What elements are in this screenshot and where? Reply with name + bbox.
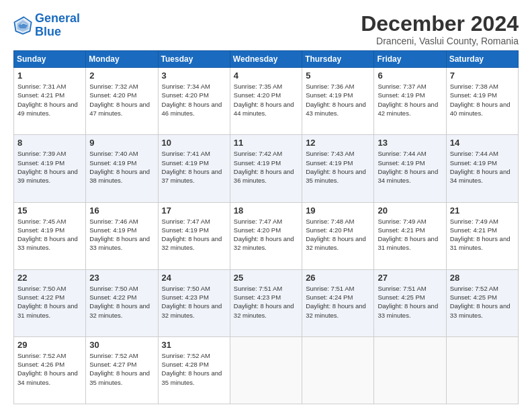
day-number: 15: [17, 205, 82, 216]
day-info: Sunrise: 7:49 AMSunset: 4:21 PMDaylight:…: [450, 217, 515, 253]
calendar-table: Sunday Monday Tuesday Wednesday Thursday…: [13, 50, 519, 404]
table-row: 3 Sunrise: 7:34 AMSunset: 4:20 PMDayligh…: [158, 68, 230, 135]
col-thursday: Thursday: [302, 51, 374, 68]
day-info: Sunrise: 7:46 AMSunset: 4:19 PMDaylight:…: [89, 217, 154, 253]
day-number: 27: [378, 273, 442, 283]
calendar-row: 8 Sunrise: 7:39 AMSunset: 4:19 PMDayligh…: [14, 135, 519, 202]
day-info: Sunrise: 7:35 AMSunset: 4:20 PMDaylight:…: [234, 82, 298, 118]
logo: General Blue: [13, 12, 80, 39]
day-number: 5: [306, 71, 370, 81]
day-number: 16: [89, 205, 154, 216]
table-row: 14 Sunrise: 7:44 AMSunset: 4:19 PMDaylig…: [446, 135, 518, 202]
table-row: 9 Sunrise: 7:40 AMSunset: 4:19 PMDayligh…: [86, 135, 158, 202]
table-row: 12 Sunrise: 7:43 AMSunset: 4:19 PMDaylig…: [302, 135, 374, 202]
day-number: 10: [162, 138, 226, 148]
logo-icon: [13, 16, 32, 35]
day-number: 6: [378, 71, 442, 81]
calendar-row: 29 Sunrise: 7:52 AMSunset: 4:26 PMDaylig…: [14, 336, 519, 404]
table-row: 29 Sunrise: 7:52 AMSunset: 4:26 PMDaylig…: [14, 336, 86, 404]
day-number: 12: [306, 138, 370, 148]
day-number: 23: [89, 273, 154, 283]
day-info: Sunrise: 7:51 AMSunset: 4:24 PMDaylight:…: [306, 284, 370, 320]
table-row: 7 Sunrise: 7:38 AMSunset: 4:19 PMDayligh…: [446, 68, 518, 135]
table-row: 15 Sunrise: 7:45 AMSunset: 4:19 PMDaylig…: [14, 202, 86, 269]
table-row: 26 Sunrise: 7:51 AMSunset: 4:24 PMDaylig…: [302, 269, 374, 336]
calendar-row: 22 Sunrise: 7:50 AMSunset: 4:22 PMDaylig…: [14, 269, 519, 336]
day-number: 26: [306, 273, 370, 283]
calendar-page: General Blue December 2024 Dranceni, Vas…: [0, 0, 532, 411]
day-number: 2: [89, 71, 154, 81]
day-number: 25: [234, 273, 298, 283]
day-info: Sunrise: 7:52 AMSunset: 4:26 PMDaylight:…: [17, 351, 82, 387]
day-info: Sunrise: 7:47 AMSunset: 4:19 PMDaylight:…: [162, 217, 226, 253]
table-row: 21 Sunrise: 7:49 AMSunset: 4:21 PMDaylig…: [446, 202, 518, 269]
col-saturday: Saturday: [446, 51, 518, 68]
day-number: 8: [17, 138, 82, 148]
day-number: 11: [234, 138, 298, 148]
day-number: 20: [378, 205, 442, 216]
day-info: Sunrise: 7:36 AMSunset: 4:19 PMDaylight:…: [306, 82, 370, 118]
col-wednesday: Wednesday: [230, 51, 302, 68]
day-info: Sunrise: 7:50 AMSunset: 4:23 PMDaylight:…: [162, 284, 226, 320]
table-row: 16 Sunrise: 7:46 AMSunset: 4:19 PMDaylig…: [86, 202, 158, 269]
day-number: 18: [234, 205, 298, 216]
table-row: 8 Sunrise: 7:39 AMSunset: 4:19 PMDayligh…: [14, 135, 86, 202]
col-sunday: Sunday: [14, 51, 86, 68]
day-number: 19: [306, 205, 370, 216]
table-row: 19 Sunrise: 7:48 AMSunset: 4:20 PMDaylig…: [302, 202, 374, 269]
day-number: 3: [162, 71, 226, 81]
table-row: [446, 336, 518, 404]
col-monday: Monday: [86, 51, 158, 68]
calendar-header-row: Sunday Monday Tuesday Wednesday Thursday…: [14, 51, 519, 68]
table-row: 20 Sunrise: 7:49 AMSunset: 4:21 PMDaylig…: [374, 202, 446, 269]
table-row: 18 Sunrise: 7:47 AMSunset: 4:20 PMDaylig…: [230, 202, 302, 269]
day-info: Sunrise: 7:37 AMSunset: 4:19 PMDaylight:…: [378, 82, 442, 118]
day-info: Sunrise: 7:45 AMSunset: 4:19 PMDaylight:…: [17, 217, 82, 253]
day-info: Sunrise: 7:39 AMSunset: 4:19 PMDaylight:…: [17, 149, 82, 185]
day-info: Sunrise: 7:32 AMSunset: 4:20 PMDaylight:…: [89, 82, 154, 118]
table-row: [230, 336, 302, 404]
day-number: 13: [378, 138, 442, 148]
day-info: Sunrise: 7:52 AMSunset: 4:25 PMDaylight:…: [450, 284, 515, 320]
day-number: 30: [89, 340, 154, 350]
calendar-row: 1 Sunrise: 7:31 AMSunset: 4:21 PMDayligh…: [14, 68, 519, 135]
logo-text: General Blue: [35, 12, 80, 39]
day-info: Sunrise: 7:44 AMSunset: 4:19 PMDaylight:…: [378, 149, 442, 185]
day-info: Sunrise: 7:52 AMSunset: 4:27 PMDaylight:…: [89, 351, 154, 387]
day-number: 9: [89, 138, 154, 148]
day-number: 28: [450, 273, 515, 283]
table-row: 5 Sunrise: 7:36 AMSunset: 4:19 PMDayligh…: [302, 68, 374, 135]
calendar-row: 15 Sunrise: 7:45 AMSunset: 4:19 PMDaylig…: [14, 202, 519, 269]
day-info: Sunrise: 7:40 AMSunset: 4:19 PMDaylight:…: [89, 149, 154, 185]
day-number: 17: [162, 205, 226, 216]
table-row: 17 Sunrise: 7:47 AMSunset: 4:19 PMDaylig…: [158, 202, 230, 269]
location: Dranceni, Vaslui County, Romania: [361, 36, 519, 46]
table-row: 23 Sunrise: 7:50 AMSunset: 4:22 PMDaylig…: [86, 269, 158, 336]
table-row: 22 Sunrise: 7:50 AMSunset: 4:22 PMDaylig…: [14, 269, 86, 336]
day-number: 4: [234, 71, 298, 81]
day-number: 31: [162, 340, 226, 350]
table-row: 10 Sunrise: 7:41 AMSunset: 4:19 PMDaylig…: [158, 135, 230, 202]
table-row: 25 Sunrise: 7:51 AMSunset: 4:23 PMDaylig…: [230, 269, 302, 336]
day-info: Sunrise: 7:49 AMSunset: 4:21 PMDaylight:…: [378, 217, 442, 253]
table-row: 30 Sunrise: 7:52 AMSunset: 4:27 PMDaylig…: [86, 336, 158, 404]
day-info: Sunrise: 7:44 AMSunset: 4:19 PMDaylight:…: [450, 149, 515, 185]
day-number: 29: [17, 340, 82, 350]
day-info: Sunrise: 7:51 AMSunset: 4:25 PMDaylight:…: [378, 284, 442, 320]
day-number: 14: [450, 138, 515, 148]
day-number: 24: [162, 273, 226, 283]
day-info: Sunrise: 7:34 AMSunset: 4:20 PMDaylight:…: [162, 82, 226, 118]
day-number: 21: [450, 205, 515, 216]
col-tuesday: Tuesday: [158, 51, 230, 68]
day-number: 22: [17, 273, 82, 283]
table-row: 4 Sunrise: 7:35 AMSunset: 4:20 PMDayligh…: [230, 68, 302, 135]
page-header: General Blue December 2024 Dranceni, Vas…: [13, 12, 519, 46]
day-info: Sunrise: 7:41 AMSunset: 4:19 PMDaylight:…: [162, 149, 226, 185]
day-info: Sunrise: 7:48 AMSunset: 4:20 PMDaylight:…: [306, 217, 370, 253]
table-row: 27 Sunrise: 7:51 AMSunset: 4:25 PMDaylig…: [374, 269, 446, 336]
table-row: 13 Sunrise: 7:44 AMSunset: 4:19 PMDaylig…: [374, 135, 446, 202]
col-friday: Friday: [374, 51, 446, 68]
day-info: Sunrise: 7:51 AMSunset: 4:23 PMDaylight:…: [234, 284, 298, 320]
day-info: Sunrise: 7:47 AMSunset: 4:20 PMDaylight:…: [234, 217, 298, 253]
day-info: Sunrise: 7:50 AMSunset: 4:22 PMDaylight:…: [89, 284, 154, 320]
